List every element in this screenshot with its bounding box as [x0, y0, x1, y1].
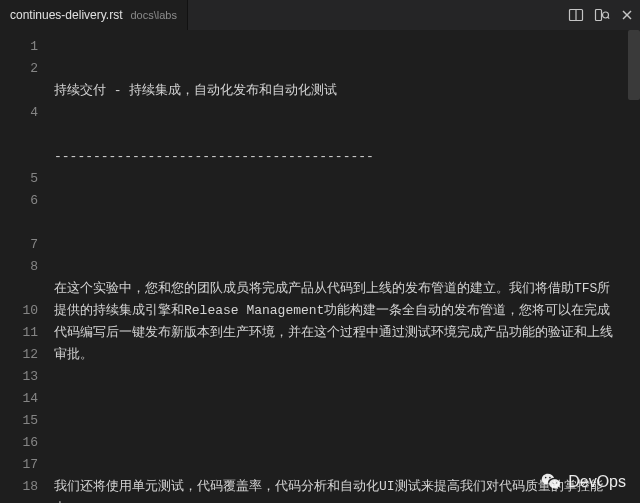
svg-line-4	[608, 17, 610, 19]
tab-active[interactable]: continues-delivery.rst docs\labs	[0, 0, 188, 30]
tab-filename: continues-delivery.rst	[10, 8, 123, 22]
close-icon[interactable]	[620, 8, 634, 22]
tab-bar: continues-delivery.rst docs\labs	[0, 0, 640, 30]
split-editor-icon[interactable]	[568, 7, 584, 23]
code-line: ----------------------------------------…	[54, 146, 620, 168]
scrollbar[interactable]	[628, 30, 640, 503]
tabbar-actions	[568, 7, 634, 23]
code-line: 持续交付 - 持续集成，自动化发布和自动化测试	[54, 80, 620, 102]
code-line	[54, 410, 620, 432]
editor-area[interactable]: 1 2 4 5 6 7 8 10 11 12 13 14 15 16 17 18…	[0, 30, 640, 503]
scrollbar-thumb[interactable]	[628, 30, 640, 100]
code-content[interactable]: 持续交付 - 持续集成，自动化发布和自动化测试 ----------------…	[54, 30, 628, 503]
svg-rect-2	[596, 10, 602, 21]
svg-point-3	[603, 12, 609, 18]
preview-icon[interactable]	[594, 7, 610, 23]
line-number-gutter: 1 2 4 5 6 7 8 10 11 12 13 14 15 16 17 18…	[0, 30, 54, 503]
code-line: 我们还将使用单元测试，代码覆盖率，代码分析和自动化UI测试来提高我们对代码质量的…	[54, 476, 620, 503]
code-line: 在这个实验中，您和您的团队成员将完成产品从代码到上线的发布管道的建立。我们将借助…	[54, 278, 620, 366]
code-line	[54, 212, 620, 234]
tab-filepath: docs\labs	[131, 9, 177, 21]
